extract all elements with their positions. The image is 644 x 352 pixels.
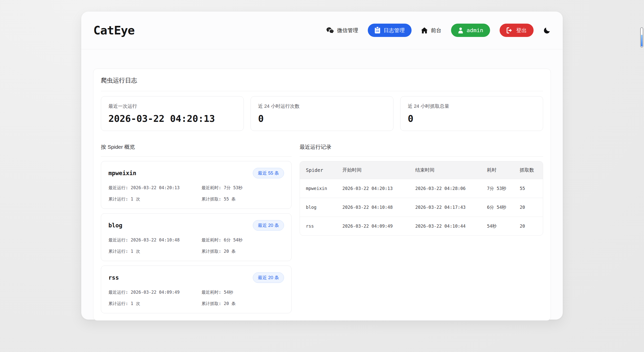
- spider-name: rss: [108, 274, 119, 281]
- cell-start: 2026-03-22 04:09:49: [336, 217, 409, 236]
- header: CatEye 微信管理: [81, 12, 563, 49]
- user-button-label: admin: [467, 27, 483, 33]
- logout-icon: [506, 27, 513, 33]
- recent-count-badge: 最近 20 条: [253, 220, 284, 231]
- scrollbar[interactable]: [640, 27, 643, 47]
- stat-label: 近 24 小时抓取总量: [408, 103, 536, 110]
- stat-value: 0: [258, 113, 386, 124]
- cell-duration: 7分 53秒: [481, 179, 514, 198]
- cell-duration: 6分 54秒: [481, 198, 514, 217]
- recent-runs-section: 最近运行记录 Spider 开始时间 结束时间 耗时 抓取数: [300, 143, 543, 313]
- recent-count-badge: 最近 20 条: [253, 272, 284, 283]
- table-row: rss 2026-03-22 04:09:49 2026-03-22 04:10…: [300, 217, 543, 236]
- col-header-start: 开始时间: [336, 161, 409, 179]
- cell-start: 2026-03-22 04:10:48: [336, 198, 409, 217]
- scrollbar-thumb[interactable]: [641, 35, 642, 46]
- stat-card-runs-24h: 近 24 小时运行次数 0: [251, 96, 393, 131]
- stat-value: 0: [408, 113, 536, 124]
- main-nav: 微信管理 日志管理: [326, 24, 551, 37]
- spider-overview-title: 按 Spider 概览: [101, 143, 292, 157]
- cell-count: 20: [514, 217, 543, 236]
- spider-card-mpweixin: mpweixin 最近 55 条 最近运行: 2026-03-22 04:20:…: [101, 161, 292, 209]
- clipboard-icon: [375, 27, 380, 34]
- nav-button-logs[interactable]: 日志管理: [368, 24, 412, 37]
- cell-spider: blog: [300, 198, 336, 217]
- spider-card-blog: blog 最近 20 条 最近运行: 2026-03-22 04:10:48 最…: [101, 213, 292, 261]
- home-icon: [421, 27, 428, 33]
- col-header-count: 抓取数: [514, 161, 543, 179]
- stat-card-items-24h: 近 24 小时抓取总量 0: [400, 96, 543, 131]
- app-container: CatEye 微信管理: [81, 12, 563, 320]
- spider-last-run: 最近运行: 2026-03-22 04:20:13: [108, 185, 202, 191]
- stat-label: 近 24 小时运行次数: [258, 103, 386, 110]
- table-header-row: Spider 开始时间 结束时间 耗时 抓取数: [300, 161, 543, 179]
- table-row: blog 2026-03-22 04:10:48 2026-03-22 04:1…: [300, 198, 543, 217]
- spider-total-items: 累计抓取: 55 条: [202, 196, 284, 202]
- wechat-icon: [326, 27, 334, 34]
- spider-overview-section: 按 Spider 概览 mpweixin 最近 55 条 最近运行: 2026-…: [101, 143, 292, 313]
- spider-card-rss: rss 最近 20 条 最近运行: 2026-03-22 04:09:49 最近…: [101, 266, 292, 313]
- cell-count: 20: [514, 198, 543, 217]
- user-icon: [458, 27, 463, 33]
- spider-last-duration: 最近耗时: 7分 53秒: [202, 185, 284, 191]
- nav-button-logs-label: 日志管理: [384, 27, 405, 34]
- moon-icon: [543, 27, 551, 34]
- cell-spider: mpweixin: [300, 179, 336, 198]
- cell-spider: rss: [300, 217, 336, 236]
- cell-end: 2026-03-22 04:10:44: [409, 217, 481, 236]
- nav-item-wechat-label: 微信管理: [337, 27, 358, 34]
- user-button[interactable]: admin: [451, 24, 490, 37]
- panel-title: 爬虫运行日志: [101, 76, 543, 91]
- spider-last-run: 最近运行: 2026-03-22 04:09:49: [108, 289, 202, 295]
- col-header-duration: 耗时: [481, 161, 514, 179]
- spider-total-runs: 累计运行: 1 次: [108, 196, 202, 202]
- app-logo: CatEye: [93, 23, 135, 37]
- spider-last-run: 最近运行: 2026-03-22 04:10:48: [108, 237, 202, 243]
- spider-last-duration: 最近耗时: 6分 54秒: [202, 237, 284, 243]
- stat-label: 最近一次运行: [108, 103, 236, 110]
- spider-total-items: 累计抓取: 20 条: [202, 301, 284, 307]
- nav-item-wechat[interactable]: 微信管理: [326, 27, 358, 34]
- recent-runs-title: 最近运行记录: [300, 143, 543, 157]
- logout-button-label: 登出: [516, 27, 527, 34]
- spider-total-runs: 累计运行: 1 次: [108, 301, 202, 307]
- nav-item-front-label: 前台: [431, 27, 441, 34]
- table-row: mpweixin 2026-03-22 04:20:13 2026-03-22 …: [300, 179, 543, 198]
- crawler-log-panel: 爬虫运行日志 最近一次运行 2026-03-22 04:20:13 近 24 小…: [93, 69, 551, 321]
- stat-card-last-run: 最近一次运行 2026-03-22 04:20:13: [101, 96, 244, 131]
- cell-end: 2026-03-22 04:28:06: [409, 179, 481, 198]
- recent-count-badge: 最近 55 条: [253, 168, 284, 178]
- col-header-end: 结束时间: [409, 161, 481, 179]
- col-header-spider: Spider: [300, 161, 336, 179]
- stat-value: 2026-03-22 04:20:13: [108, 113, 236, 124]
- cell-start: 2026-03-22 04:20:13: [336, 179, 409, 198]
- dark-mode-toggle[interactable]: [543, 27, 551, 34]
- cell-count: 55: [514, 179, 543, 198]
- spider-total-items: 累计抓取: 20 条: [202, 248, 284, 254]
- cell-duration: 54秒: [481, 217, 514, 236]
- nav-item-front[interactable]: 前台: [421, 27, 441, 34]
- spider-name: mpweixin: [108, 170, 136, 176]
- logout-button[interactable]: 登出: [500, 24, 534, 37]
- cell-end: 2026-03-22 04:17:43: [409, 198, 481, 217]
- spider-last-duration: 最近耗时: 54秒: [202, 289, 284, 295]
- spider-total-runs: 累计运行: 1 次: [108, 248, 202, 254]
- stats-row: 最近一次运行 2026-03-22 04:20:13 近 24 小时运行次数 0…: [101, 96, 543, 131]
- spider-name: blog: [108, 222, 122, 229]
- recent-runs-table: Spider 开始时间 结束时间 耗时 抓取数 mpweixin 2026-03…: [300, 161, 543, 236]
